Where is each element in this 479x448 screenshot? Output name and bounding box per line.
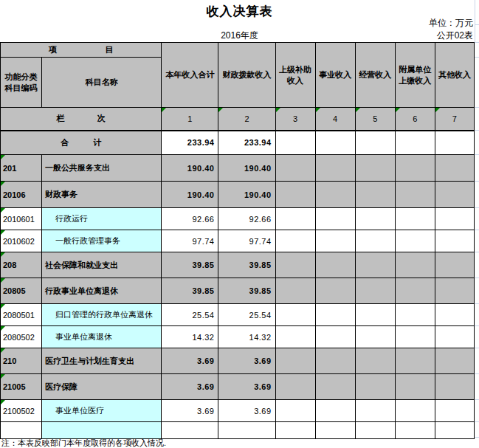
row-total-cell[interactable]: 3.69 — [162, 348, 218, 374]
empty-cell[interactable] — [395, 208, 435, 230]
empty-cell[interactable] — [315, 374, 355, 400]
empty-cell[interactable] — [275, 348, 315, 374]
row-fiscal-cell[interactable]: 190.40 — [218, 182, 275, 208]
empty-cell[interactable] — [435, 348, 474, 374]
row-name-cell[interactable]: 合 计 — [1, 131, 162, 155]
empty-cell[interactable] — [315, 400, 355, 422]
row-total-cell[interactable]: 3.69 — [162, 400, 218, 422]
empty-cell[interactable] — [275, 422, 315, 439]
row-code-cell[interactable]: 20106 — [1, 182, 42, 208]
row-fiscal-cell[interactable]: 25.54 — [218, 304, 275, 326]
row-fiscal-cell[interactable]: 92.66 — [218, 208, 275, 230]
empty-cell[interactable] — [315, 155, 355, 182]
row-fiscal-cell[interactable]: 14.32 — [218, 326, 275, 348]
empty-cell[interactable] — [315, 131, 355, 155]
row-total-cell[interactable] — [162, 422, 218, 439]
empty-cell[interactable] — [355, 155, 395, 182]
empty-cell[interactable] — [355, 230, 395, 252]
empty-cell[interactable] — [395, 252, 435, 278]
row-total-cell[interactable]: 39.85 — [162, 252, 218, 278]
empty-cell[interactable] — [355, 348, 395, 374]
empty-cell[interactable] — [355, 422, 395, 439]
empty-cell[interactable] — [395, 400, 435, 422]
empty-cell[interactable] — [275, 252, 315, 278]
empty-cell[interactable] — [435, 374, 474, 400]
row-total-cell[interactable]: 97.74 — [162, 230, 218, 252]
empty-cell[interactable] — [315, 230, 355, 252]
row-name-cell[interactable]: 医疗卫生与计划生育支出 — [42, 348, 162, 374]
empty-cell[interactable] — [435, 326, 474, 348]
col-header-business-income[interactable]: 事业收入 — [315, 43, 355, 108]
row-code-cell[interactable]: 201 — [1, 155, 42, 182]
empty-cell[interactable] — [435, 252, 474, 278]
empty-cell[interactable] — [395, 131, 435, 155]
empty-cell[interactable] — [315, 304, 355, 326]
empty-cell[interactable] — [395, 278, 435, 304]
row-code-cell[interactable]: 208 — [1, 252, 42, 278]
row-name-cell[interactable]: 财政事务 — [42, 182, 162, 208]
empty-cell[interactable] — [435, 155, 474, 182]
row-fiscal-cell[interactable]: 233.94 — [218, 131, 275, 155]
row-name-cell[interactable]: 行政运行 — [42, 208, 162, 230]
empty-cell[interactable] — [395, 155, 435, 182]
empty-cell[interactable] — [395, 374, 435, 400]
column-number-cell[interactable]: 1 — [162, 108, 218, 131]
row-name-cell[interactable]: 行政事业单位离退休 — [42, 278, 162, 304]
row-name-cell[interactable]: 事业单位医疗 — [42, 400, 162, 422]
row-name-cell[interactable]: 一般公共服务支出 — [42, 155, 162, 182]
row-code-cell[interactable]: 2010602 — [1, 230, 42, 252]
column-number-cell[interactable]: 7 — [435, 108, 474, 131]
column-number-cell[interactable]: 6 — [395, 108, 435, 131]
row-code-cell[interactable]: 2010601 — [1, 208, 42, 230]
column-number-cell[interactable]: 4 — [315, 108, 355, 131]
empty-cell[interactable] — [315, 278, 355, 304]
column-number-cell[interactable]: 3 — [275, 108, 315, 131]
empty-cell[interactable] — [435, 131, 474, 155]
empty-cell[interactable] — [275, 278, 315, 304]
row-fiscal-cell[interactable]: 39.85 — [218, 252, 275, 278]
row-name-cell[interactable]: 归口管理的行政单位离退休 — [42, 304, 162, 326]
row-name-cell[interactable]: 一般行政管理事务 — [42, 230, 162, 252]
row-fiscal-cell[interactable]: 190.40 — [218, 155, 275, 182]
row-code-cell[interactable]: 21005 — [1, 374, 42, 400]
row-total-cell[interactable]: 190.40 — [162, 155, 218, 182]
empty-cell[interactable] — [275, 155, 315, 182]
empty-cell[interactable] — [395, 230, 435, 252]
empty-cell[interactable] — [315, 348, 355, 374]
empty-cell[interactable] — [395, 348, 435, 374]
row-total-cell[interactable]: 39.85 — [162, 278, 218, 304]
row-fiscal-cell[interactable]: 3.69 — [218, 348, 275, 374]
empty-cell[interactable] — [355, 400, 395, 422]
col-header-operating-income[interactable]: 经营收入 — [355, 43, 395, 108]
col-header-superior-subsidy[interactable]: 上级补助 收入 — [275, 43, 315, 108]
empty-cell[interactable] — [355, 252, 395, 278]
empty-cell[interactable] — [435, 400, 474, 422]
col-header-fiscal-appropriation[interactable]: 财政拨款收入 — [218, 43, 275, 108]
row-name-cell[interactable]: 事业单位离退休 — [42, 326, 162, 348]
empty-cell[interactable] — [275, 230, 315, 252]
empty-cell[interactable] — [435, 230, 474, 252]
empty-cell[interactable] — [355, 374, 395, 400]
empty-cell[interactable] — [355, 131, 395, 155]
row-code-cell[interactable]: 2100502 — [1, 400, 42, 422]
row-code-cell[interactable] — [1, 422, 42, 439]
empty-cell[interactable] — [435, 304, 474, 326]
col-header-function-code[interactable]: 功能分类 科目编码 — [1, 58, 42, 108]
row-name-cell[interactable]: 医疗保障 — [42, 374, 162, 400]
empty-cell[interactable] — [315, 182, 355, 208]
row-fiscal-cell[interactable]: 3.69 — [218, 374, 275, 400]
project-header-cell[interactable]: 项 目 — [1, 43, 162, 58]
row-code-cell[interactable]: 2080501 — [1, 304, 42, 326]
empty-cell[interactable] — [435, 278, 474, 304]
empty-cell[interactable] — [275, 131, 315, 155]
empty-cell[interactable] — [395, 422, 435, 439]
col-header-total-income[interactable]: 本年收入合计 — [162, 43, 218, 108]
empty-cell[interactable] — [395, 326, 435, 348]
empty-cell[interactable] — [395, 304, 435, 326]
empty-cell[interactable] — [355, 326, 395, 348]
empty-cell[interactable] — [275, 326, 315, 348]
empty-cell[interactable] — [275, 182, 315, 208]
row-total-cell[interactable]: 190.40 — [162, 182, 218, 208]
row-total-cell[interactable]: 3.69 — [162, 374, 218, 400]
row-total-cell[interactable]: 14.32 — [162, 326, 218, 348]
